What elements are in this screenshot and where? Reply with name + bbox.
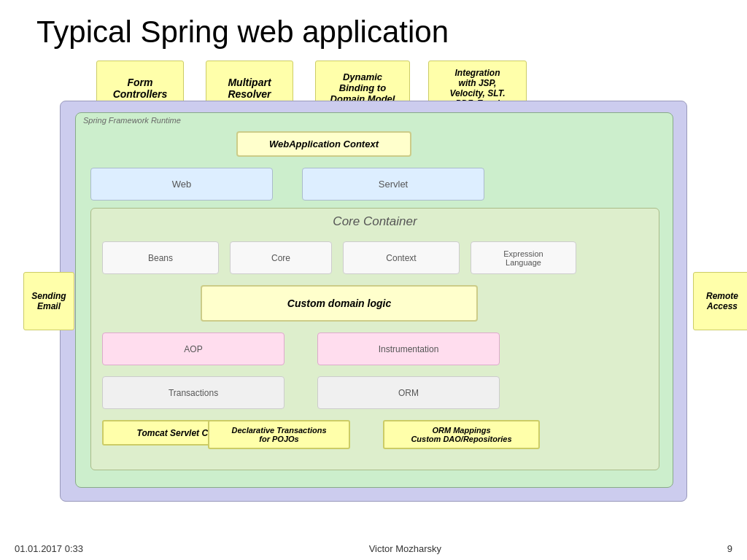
context-box: Context xyxy=(343,241,460,274)
instrumentation-box: Instrumentation xyxy=(317,332,500,365)
web-box: Web xyxy=(90,168,273,201)
aop-box: AOP xyxy=(102,332,285,365)
core-container-label: Core Container xyxy=(91,214,659,229)
declarative-transactions-label: Declarative Transactionsfor POJOs xyxy=(208,420,350,449)
footer: 01.01.2017 0:33 Victor Mozharsky 9 xyxy=(0,543,747,554)
outer-container: Spring Framework Runtime WebApplication … xyxy=(60,101,687,502)
orm-mappings-label: ORM MappingsCustom DAO/Repositories xyxy=(383,420,540,449)
spring-runtime-label: Spring Framework Runtime xyxy=(83,116,181,125)
orm-box: ORM xyxy=(317,376,500,409)
page-title: Typical Spring web application xyxy=(15,7,732,61)
footer-page: 9 xyxy=(727,543,732,554)
core-container: Core Container Beans Core Context Expres… xyxy=(90,208,659,470)
footer-date: 01.01.2017 0:33 xyxy=(15,543,83,554)
expression-language-box: ExpressionLanguage xyxy=(471,241,576,274)
remote-access-box: RemoteAccess xyxy=(693,272,747,330)
web-app-context-box: WebApplication Context xyxy=(236,131,411,157)
slide: Typical Spring web application FormContr… xyxy=(0,0,747,560)
sending-email-box: SendingEmail xyxy=(23,272,74,330)
core-box: Core xyxy=(230,241,332,274)
transactions-box: Transactions xyxy=(102,376,285,409)
diagram: FormControllers MultipartResolver Dynami… xyxy=(23,61,724,527)
domain-logic-box: Custom domain logic xyxy=(201,285,478,322)
footer-author: Victor Mozharsky xyxy=(369,543,441,554)
beans-box: Beans xyxy=(102,241,219,274)
servlet-box: Servlet xyxy=(302,168,484,201)
spring-runtime: Spring Framework Runtime WebApplication … xyxy=(75,112,673,488)
